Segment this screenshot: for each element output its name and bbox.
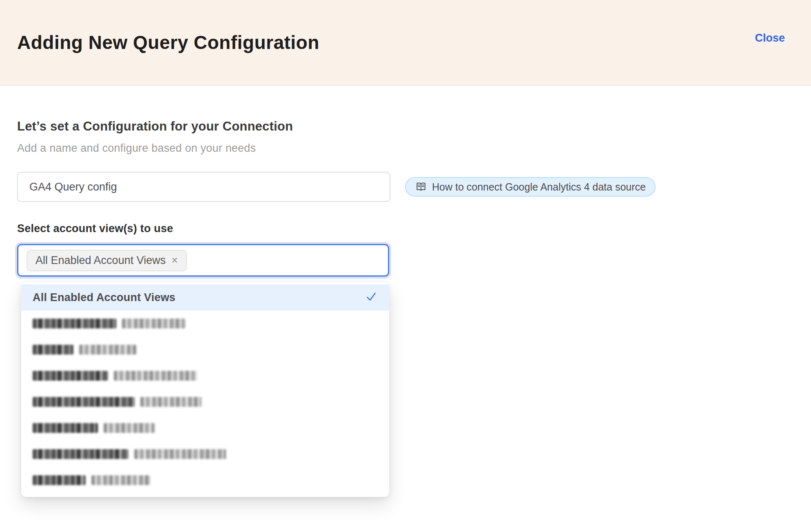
dropdown-option-redacted[interactable] <box>21 337 389 363</box>
account-dropdown: All Enabled Account Views <box>21 282 389 497</box>
section-subtitle: Add a name and configure based on your n… <box>17 142 794 155</box>
redacted-text <box>33 397 202 407</box>
dropdown-option-redacted[interactable] <box>21 363 389 389</box>
dropdown-option-redacted[interactable] <box>21 467 389 493</box>
config-name-row: How to connect Google Analytics 4 data s… <box>17 172 794 202</box>
modal-header: Adding New Query Configuration Close <box>0 0 811 86</box>
redacted-text <box>33 319 185 328</box>
open-book-icon <box>415 181 427 193</box>
redacted-text <box>33 423 155 433</box>
dropdown-option-redacted[interactable] <box>21 389 389 415</box>
account-select[interactable]: All Enabled Account Views× <box>17 244 389 277</box>
dropdown-option-redacted[interactable] <box>21 415 389 441</box>
dropdown-option-label: All Enabled Account Views <box>33 291 175 304</box>
config-name-input[interactable] <box>17 172 390 202</box>
checkmark-icon <box>365 290 378 305</box>
section-title: Let’s set a Configuration for your Conne… <box>17 119 794 134</box>
redacted-text <box>33 449 226 459</box>
dropdown-option-redacted[interactable] <box>21 441 389 467</box>
selected-tags: All Enabled Account Views× <box>27 250 187 271</box>
page-title: Adding New Query Configuration <box>17 31 319 53</box>
dropdown-option[interactable]: All Enabled Account Views <box>21 284 389 310</box>
help-badge[interactable]: How to connect Google Analytics 4 data s… <box>405 177 656 197</box>
account-select-label: Select account view(s) to use <box>17 222 794 235</box>
remove-tag-icon[interactable]: × <box>171 255 178 266</box>
redacted-text <box>33 475 151 485</box>
help-badge-label: How to connect Google Analytics 4 data s… <box>432 181 646 193</box>
modal-body: Let’s set a Configuration for your Conne… <box>0 119 811 497</box>
redacted-text <box>33 371 197 381</box>
redacted-text <box>33 345 136 355</box>
selected-tag: All Enabled Account Views× <box>27 250 187 271</box>
selected-tag-label: All Enabled Account Views <box>35 254 166 267</box>
dropdown-option-redacted[interactable] <box>21 310 389 337</box>
close-button[interactable]: Close <box>755 32 785 44</box>
